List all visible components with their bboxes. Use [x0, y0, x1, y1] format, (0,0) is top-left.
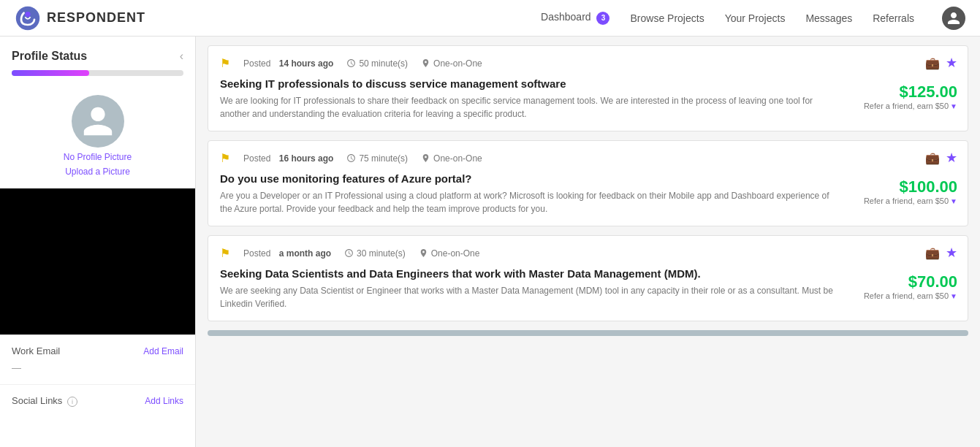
card-3-posted: Posted a month ago: [243, 248, 331, 259]
main-layout: Profile Status ‹ No Profile Picture Uplo…: [0, 37, 980, 447]
card-1-title[interactable]: Seeking IT professionals to discuss serv…: [220, 77, 956, 90]
briefcase-icon-1[interactable]: 💼: [925, 56, 940, 70]
nav-referrals[interactable]: Referrals: [873, 12, 914, 24]
refer-arrow-3: ▼: [950, 292, 957, 300]
work-email-header: Work Email Add Email: [12, 345, 183, 356]
card-1-duration: 50 minute(s): [346, 58, 408, 69]
card-1-format: One-on-One: [421, 58, 482, 69]
card-2-actions: 💼 ★: [925, 150, 957, 166]
logo-icon: [15, 5, 41, 31]
avatar-placeholder: [72, 95, 124, 148]
add-email-link[interactable]: Add Email: [143, 346, 183, 356]
svg-point-1: [25, 12, 30, 17]
clock-icon-2: [346, 153, 356, 163]
card-1-refer-link[interactable]: Refer a friend, earn $50 ▼: [864, 102, 957, 110]
bookmark-icon-1[interactable]: ⚑: [220, 56, 230, 70]
card-2-format: One-on-One: [421, 153, 482, 164]
nav-browse-projects[interactable]: Browse Projects: [630, 12, 704, 24]
star-icon-2[interactable]: ★: [946, 150, 957, 166]
briefcase-icon-3[interactable]: 💼: [925, 246, 940, 260]
card-2-price-value: $100.00: [864, 177, 957, 196]
card-3-description: We are seeking any Data Scientist or Eng…: [220, 284, 841, 310]
work-email-title: Work Email: [12, 345, 60, 356]
progress-bar-fill: [12, 70, 89, 76]
card-3-meta: ⚑ Posted a month ago 30 minute(s) One-on…: [220, 246, 956, 260]
profile-picture-section: No Profile Picture Upload a Picture: [0, 88, 195, 188]
card-2-posted: Posted 16 hours ago: [243, 153, 333, 164]
clock-icon-3: [344, 248, 354, 258]
briefcase-icon-2[interactable]: 💼: [925, 151, 940, 165]
card-1-price: $125.00 Refer a friend, earn $50 ▼: [864, 83, 957, 110]
card-2-description: Are you a Developer or an IT Professiona…: [220, 189, 841, 215]
card-3-duration: 30 minute(s): [344, 248, 406, 259]
dashboard-badge: 3: [596, 12, 609, 25]
content-placeholder-block: [0, 188, 195, 335]
card-3-title[interactable]: Seeking Data Scientists and Data Enginee…: [220, 267, 956, 280]
card-2-meta: ⚑ Posted 16 hours ago 75 minute(s) One-o…: [220, 151, 956, 165]
refer-arrow-2: ▼: [950, 197, 957, 205]
card-1-posted: Posted 14 hours ago: [243, 58, 333, 69]
no-profile-picture-label: No Profile Picture: [64, 152, 132, 162]
sidebar-header: Profile Status ‹: [0, 37, 195, 70]
social-links-section: Social Links i Add Links: [0, 384, 195, 421]
social-links-header: Social Links i Add Links: [12, 395, 183, 407]
card-3-format: One-on-One: [419, 248, 480, 259]
bookmark-icon-2[interactable]: ⚑: [220, 151, 230, 165]
location-icon-2: [421, 153, 430, 163]
horizontal-scrollbar[interactable]: [208, 330, 968, 336]
card-2-price: $100.00 Refer a friend, earn $50 ▼: [864, 177, 957, 205]
social-links-info-icon[interactable]: i: [67, 397, 77, 407]
sidebar-collapse-button[interactable]: ‹: [180, 50, 183, 63]
card-3-refer-link[interactable]: Refer a friend, earn $50 ▼: [864, 291, 957, 300]
star-icon-1[interactable]: ★: [946, 55, 957, 71]
card-2-title[interactable]: Do you use monitoring features of Azure …: [220, 172, 956, 185]
avatar-icon: [946, 11, 961, 26]
card-2-duration: 75 minute(s): [346, 153, 408, 164]
card-1-description: We are looking for IT professionals to s…: [220, 94, 841, 121]
logo-text: RESPONDENT: [47, 10, 145, 26]
logo[interactable]: RESPONDENT: [15, 5, 145, 31]
nav-links: Dashboard 3 Browse Projects Your Project…: [541, 7, 965, 30]
sidebar-title: Profile Status: [12, 50, 87, 63]
card-1-actions: 💼 ★: [925, 55, 957, 71]
work-email-value: —: [12, 362, 21, 373]
main-content: ⚑ Posted 14 hours ago 50 minute(s) One-o…: [196, 37, 980, 447]
add-links-link[interactable]: Add Links: [145, 396, 183, 406]
avatar-placeholder-icon: [80, 104, 115, 139]
progress-bar-container: [12, 70, 183, 76]
nav-your-projects[interactable]: Your Projects: [725, 12, 786, 24]
bookmark-icon-3[interactable]: ⚑: [220, 246, 230, 260]
clock-icon-1: [346, 58, 356, 68]
project-card-1: ⚑ Posted 14 hours ago 50 minute(s) One-o…: [208, 45, 968, 131]
work-email-section: Work Email Add Email —: [0, 335, 195, 384]
star-icon-3[interactable]: ★: [946, 245, 957, 261]
card-3-actions: 💼 ★: [925, 245, 957, 261]
card-1-price-value: $125.00: [864, 83, 957, 102]
card-3-price: $70.00 Refer a friend, earn $50 ▼: [864, 272, 957, 300]
location-icon-3: [419, 248, 428, 258]
user-avatar[interactable]: [942, 7, 965, 30]
refer-arrow-1: ▼: [950, 102, 957, 110]
nav-messages[interactable]: Messages: [805, 12, 852, 24]
navbar: RESPONDENT Dashboard 3 Browse Projects Y…: [0, 0, 980, 37]
nav-dashboard[interactable]: Dashboard 3: [541, 11, 609, 24]
project-card-3: ⚑ Posted a month ago 30 minute(s) One-on…: [208, 235, 968, 321]
location-icon-1: [421, 58, 430, 68]
sidebar: Profile Status ‹ No Profile Picture Uplo…: [0, 37, 196, 447]
social-links-title: Social Links i: [12, 395, 77, 407]
upload-picture-link[interactable]: Upload a Picture: [65, 167, 130, 177]
card-1-meta: ⚑ Posted 14 hours ago 50 minute(s) One-o…: [220, 56, 956, 70]
card-2-refer-link[interactable]: Refer a friend, earn $50 ▼: [864, 196, 957, 205]
card-3-price-value: $70.00: [864, 272, 957, 291]
project-card-2: ⚑ Posted 16 hours ago 75 minute(s) One-o…: [208, 140, 968, 226]
